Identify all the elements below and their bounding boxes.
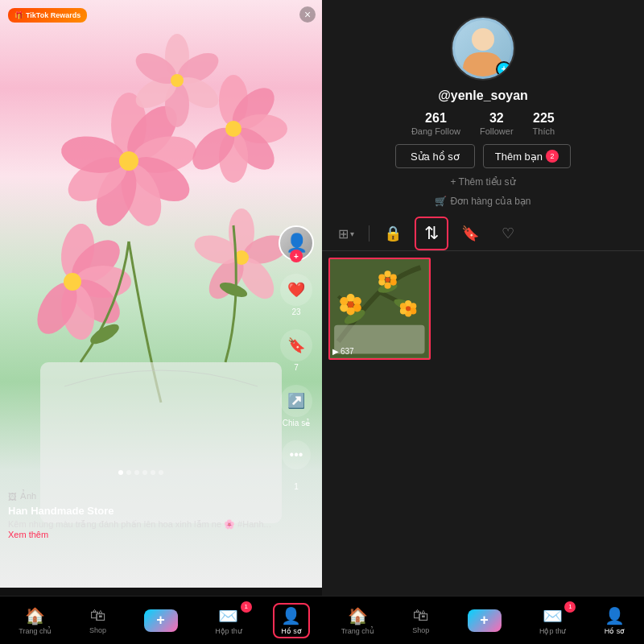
avatar-head — [472, 28, 494, 51]
right-nav-inbox[interactable]: ✉️ 1 Hộp thư — [533, 603, 573, 638]
more-button[interactable]: ••• — [282, 440, 311, 469]
svg-point-50 — [384, 270, 390, 277]
like-action[interactable]: ❤️ 23 — [280, 274, 312, 316]
right-nav-shop[interactable]: 🛍 Shop — [406, 603, 436, 638]
close-icon: × — [304, 8, 311, 21]
video-background: 🎁 TikTok Rewards × 👤 ❤️ 23 🔖 7 — [0, 0, 322, 588]
grid-icon: ⊞ — [338, 226, 349, 242]
friend-request-badge: 2 — [546, 150, 559, 163]
right-nav-create[interactable]: + — [461, 606, 508, 635]
profile-label: Hồ sơ — [281, 627, 302, 635]
tab-divider — [369, 225, 369, 242]
tab-lock[interactable]: 🔒 — [374, 218, 411, 249]
share-label: Chia sẻ — [283, 419, 310, 427]
bio-link-text: + Thêm tiểu sử — [450, 176, 515, 188]
nav-profile[interactable]: 👤 Hồ sơ — [273, 603, 310, 638]
content-grid: ▶ 637 — [322, 251, 644, 596]
add-friend-button[interactable]: Thêm bạn 2 — [483, 144, 571, 168]
left-bottom-nav: 🏠 Trang chủ 🛍 Shop + ✉️ 1 Hộp thư 👤 Hồ s… — [0, 596, 322, 644]
svg-point-8 — [119, 151, 138, 171]
tab-bar: ⊞ ▾ 🔒 ⇅ 🔖 ♡ — [322, 217, 644, 251]
edit-profile-button[interactable]: Sửa hồ sơ — [395, 144, 475, 168]
nav-create[interactable]: + — [138, 606, 184, 635]
following-label: Đang Follow — [411, 126, 460, 136]
svg-point-53 — [384, 283, 390, 289]
create-button-r[interactable]: + — [468, 609, 502, 632]
play-icon: ▶ — [332, 347, 339, 356]
tab-bookmark[interactable]: 🔖 — [452, 218, 489, 249]
like-count: 23 — [291, 308, 300, 316]
bookmark-count: 7 — [294, 363, 299, 372]
right-bottom-nav: 🏠 Trang chủ 🛍 Shop + ✉️ 1 Hộp thư 👤 Hồ s… — [322, 596, 644, 644]
tab-like[interactable]: ♡ — [492, 218, 524, 249]
nav-shop[interactable]: 🛍 Shop — [83, 603, 113, 638]
share-icon: ↗️ — [280, 385, 312, 417]
right-nav-profile[interactable]: 👤 Hồ sơ — [598, 603, 632, 638]
svg-point-48 — [340, 297, 348, 305]
right-actions: 👤 ❤️ 23 🔖 7 ↗️ Chia sẻ ••• 1 — [279, 225, 314, 491]
creator-avatar[interactable]: 👤 — [279, 225, 314, 261]
video-source: 🖼 Ảnh — [8, 491, 274, 502]
more-count: 1 — [294, 482, 299, 491]
image-icon: 🖼 — [8, 492, 17, 502]
fire-icon: 🎁 — [14, 11, 23, 19]
grid-item-1[interactable]: ▶ 637 — [328, 258, 431, 360]
shop-icon-r: 🛍 — [413, 606, 429, 625]
heart-icon: ❤️ — [280, 274, 312, 306]
followers-label: Follower — [480, 126, 514, 136]
profile-stats: 261 Đang Follow 32 Follower 225 Thích — [411, 111, 555, 136]
followers-stat: 32 Follower — [480, 111, 514, 136]
bio-link[interactable]: + Thêm tiểu sử — [450, 176, 515, 188]
nav-inbox[interactable]: ✉️ 1 Hộp thư — [208, 603, 249, 638]
dot-4 — [142, 470, 147, 475]
left-panel: 🎁 TikTok Rewards × 👤 ❤️ 23 🔖 7 — [0, 0, 322, 644]
right-nav-home[interactable]: 🏠 Trang chủ — [335, 603, 381, 638]
dot-1 — [118, 470, 123, 475]
svg-point-22 — [171, 74, 184, 87]
sort-icon: ⇅ — [424, 223, 439, 244]
lock-icon: 🔒 — [384, 225, 402, 242]
dropdown-arrow: ▾ — [350, 229, 354, 238]
svg-point-29 — [64, 273, 81, 291]
close-button[interactable]: × — [299, 6, 316, 23]
create-button[interactable]: + — [144, 609, 178, 632]
nav-home[interactable]: 🏠 Trang chủ — [12, 603, 58, 638]
tab-grid[interactable]: ⊞ ▾ — [328, 220, 364, 248]
add-friend-label: Thêm bạn — [495, 151, 543, 163]
see-more-link[interactable]: Xem thêm — [8, 530, 48, 539]
inbox-icon-r: ✉️ — [543, 606, 563, 625]
avatar-add-button[interactable]: + — [496, 61, 512, 77]
bookmark-tab-icon: 🔖 — [461, 225, 479, 242]
inbox-label: Hộp thư — [215, 627, 242, 635]
shop-label-r: Shop — [412, 626, 429, 634]
dot-5 — [151, 470, 155, 475]
following-count: 261 — [425, 111, 447, 126]
profile-username: @yenle_soyan — [438, 89, 528, 103]
home-label-r: Trang chủ — [341, 627, 374, 635]
heart-tab-icon: ♡ — [502, 225, 514, 242]
share-action[interactable]: ↗️ Chia sẻ — [280, 385, 312, 427]
profile-label-r: Hồ sơ — [605, 627, 625, 635]
shop-icon: 🛍 — [90, 606, 106, 625]
view-count: ▶ 637 — [332, 347, 354, 356]
tiktok-rewards-badge[interactable]: 🎁 TikTok Rewards — [8, 8, 87, 23]
svg-point-63 — [406, 306, 411, 311]
tab-sort[interactable]: ⇅ — [415, 217, 448, 250]
bookmark-action[interactable]: 🔖 7 — [280, 329, 312, 372]
inbox-icon: ✉️ — [218, 606, 238, 625]
count-text: 637 — [341, 347, 354, 356]
cart-icon: 🛒 — [435, 196, 447, 207]
home-icon-r: 🏠 — [348, 606, 368, 625]
followers-count: 32 — [489, 111, 504, 126]
profile-icon: 👤 — [281, 606, 301, 625]
pagination-dots — [118, 470, 163, 475]
order-section[interactable]: 🛒 Đơn hàng của bạn — [435, 196, 530, 207]
dot-6 — [159, 470, 163, 475]
bookmark-icon: 🔖 — [280, 329, 312, 361]
svg-point-55 — [378, 274, 385, 280]
right-panel: + @yenle_soyan 261 Đang Follow 32 Follow… — [322, 0, 644, 644]
likes-count: 225 — [533, 111, 555, 126]
dot-3 — [134, 470, 139, 475]
profile-avatar: + — [451, 16, 515, 80]
profile-buttons: Sửa hồ sơ Thêm bạn 2 — [395, 144, 571, 168]
